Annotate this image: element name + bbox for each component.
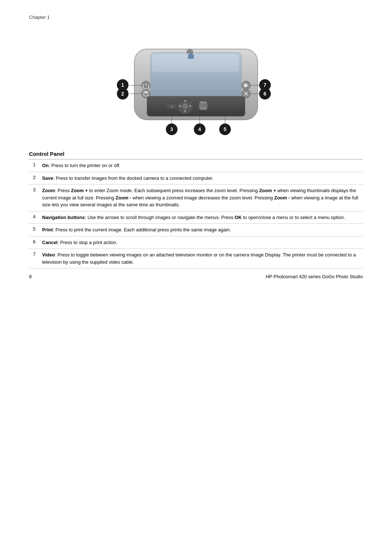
svg-rect-2 xyxy=(152,54,239,72)
table-row: 5 Print: Press to print the current imag… xyxy=(29,224,363,236)
svg-rect-9 xyxy=(144,92,147,93)
callout-2: 2 xyxy=(117,88,128,100)
diagram-container: Q xyxy=(29,27,363,140)
control-panel-table: 1 On: Press to turn the printer on or of… xyxy=(29,159,363,268)
row-content: Cancel: Press to stop a print action. xyxy=(39,236,363,249)
footer-product-name: HP Photosmart 420 series GoGo Photo Stud… xyxy=(266,274,363,279)
section-title: Control Panel xyxy=(29,151,363,157)
page: Chapter 1 xyxy=(0,0,392,290)
footer: 8 HP Photosmart 420 series GoGo Photo St… xyxy=(29,274,363,279)
svg-point-23 xyxy=(183,104,188,109)
table-row: 3 Zoom: Press Zoom + to enter Zoom mode.… xyxy=(29,185,363,211)
row-label: Print xyxy=(42,227,53,232)
row-number: 4 xyxy=(29,211,39,224)
svg-rect-16 xyxy=(147,96,245,116)
row-number: 7 xyxy=(29,249,39,268)
svg-rect-31 xyxy=(189,53,193,55)
callout-5: 5 xyxy=(219,123,231,135)
row-label: Video xyxy=(42,252,55,258)
table-row: 6 Cancel: Press to stop a print action. xyxy=(29,236,363,249)
row-number: 3 xyxy=(29,185,39,211)
row-number: 6 xyxy=(29,236,39,249)
svg-rect-11 xyxy=(244,84,247,87)
row-label: Zoom xyxy=(42,188,55,193)
svg-text:Q: Q xyxy=(171,105,173,108)
svg-rect-28 xyxy=(200,101,207,104)
row-content: Zoom: Press Zoom + to enter Zoom mode. E… xyxy=(39,185,363,211)
row-content: Print: Press to print the current image.… xyxy=(39,224,363,236)
diagram-wrapper: Q xyxy=(87,29,305,138)
footer-page-number: 8 xyxy=(29,274,32,279)
row-content: Video: Press to toggle between viewing i… xyxy=(39,249,363,268)
row-content: Save: Press to transfer images from the … xyxy=(39,172,363,185)
table-row: 2 Save: Press to transfer images from th… xyxy=(29,172,363,185)
chapter-label: Chapter 1 xyxy=(29,15,363,20)
row-number: 1 xyxy=(29,159,39,172)
callout-7: 7 xyxy=(259,79,271,91)
svg-rect-27 xyxy=(199,103,207,108)
row-number: 5 xyxy=(29,224,39,236)
callout-4: 4 xyxy=(194,123,205,135)
callout-3: 3 xyxy=(166,123,177,135)
table-row: 1 On: Press to turn the printer on or of… xyxy=(29,159,363,172)
row-number: 2 xyxy=(29,172,39,185)
row-label: Cancel xyxy=(42,240,58,245)
row-label: On xyxy=(42,163,49,168)
row-content: Navigation buttons: Use the arrows to sc… xyxy=(39,211,363,224)
table-row: 7 Video: Press to toggle between viewing… xyxy=(29,249,363,268)
svg-rect-29 xyxy=(200,107,207,110)
row-content: On: Press to turn the printer on or off. xyxy=(39,159,363,172)
svg-rect-4 xyxy=(188,49,192,51)
row-label: Navigation buttons xyxy=(42,215,85,220)
table-row: 4 Navigation buttons: Use the arrows to … xyxy=(29,211,363,224)
row-label: Save xyxy=(42,175,53,181)
